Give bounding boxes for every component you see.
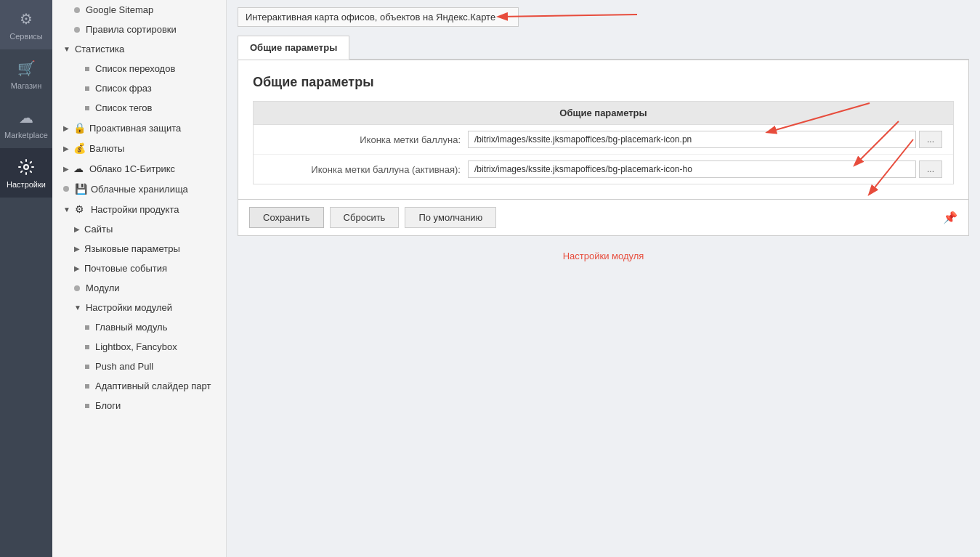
arrow-right-icon: ▶ xyxy=(63,124,69,132)
default-button[interactable]: По умолчанию xyxy=(405,207,496,228)
nav-proactive[interactable]: ▶ 🔒 Проактивная защита xyxy=(52,118,226,138)
sidebar-item-marketplace[interactable]: ☁ Marketplace xyxy=(0,99,52,148)
module-selector: Интерактивная карта офисов, объектов на … xyxy=(238,7,969,27)
main-content: Интерактивная карта офисов, объектов на … xyxy=(227,0,980,557)
settings-row-balloon-icon: Иконка метки баллуна: ... xyxy=(254,125,953,155)
storage-icon: 💾 xyxy=(75,183,86,195)
lock-icon: 🔒 xyxy=(73,122,85,134)
action-buttons-bar: Сохранить Сбросить По умолчанию 📌 xyxy=(238,200,969,236)
sidebar-item-shop[interactable]: 🛒 Магазин xyxy=(0,49,52,99)
nav-modules[interactable]: Модули xyxy=(52,278,226,298)
nav-statistics[interactable]: ▼ Статистика xyxy=(52,39,226,59)
nav-tags[interactable]: Список тегов xyxy=(52,98,226,118)
bullet-icon xyxy=(85,106,89,110)
nav-lang-params[interactable]: ▶ Языковые параметры xyxy=(52,239,226,259)
bullet-icon xyxy=(74,27,80,33)
settings-table-header: Общие параметры xyxy=(254,102,953,125)
balloon-icon-input-wrap: ... xyxy=(468,131,942,148)
module-selector-area: Интерактивная карта офисов, объектов на … xyxy=(238,7,969,27)
nav-panel: Google Sitemap Правила сортировки ▼ Стат… xyxy=(52,0,227,557)
arrow-right-icon: ▶ xyxy=(63,165,69,173)
nav-mail-events[interactable]: ▶ Почтовые события xyxy=(52,259,226,278)
nav-cloud1c[interactable]: ▶ ☁ Облако 1С-Битрикс xyxy=(52,158,226,179)
settings-container: Общие параметры Общие параметры Иконка м… xyxy=(238,60,969,236)
balloon-active-icon-browse-btn[interactable]: ... xyxy=(919,160,942,178)
balloon-active-icon-label: Иконка метки баллуна (активная): xyxy=(264,164,468,175)
nav-push-pull[interactable]: Push and Pull xyxy=(52,357,226,376)
shop-icon: 🛒 xyxy=(16,58,36,78)
marketplace-icon: ☁ xyxy=(16,107,36,128)
bullet-icon xyxy=(85,86,89,91)
nav-main-module[interactable]: Главный модуль xyxy=(52,317,226,337)
nav-sites[interactable]: ▶ Сайты xyxy=(52,219,226,239)
arrow-down-icon: ▼ xyxy=(63,206,70,214)
module-dropdown[interactable]: Интерактивная карта офисов, объектов на … xyxy=(238,7,519,27)
sidebar-item-settings[interactable]: Настройки xyxy=(0,148,52,198)
nav-phrases[interactable]: Список фраз xyxy=(52,78,226,98)
bullet-icon xyxy=(74,7,80,13)
tab-general[interactable]: Общие параметры xyxy=(238,36,349,60)
nav-google-sitemap[interactable]: Google Sitemap xyxy=(52,0,226,20)
bullet-icon xyxy=(85,384,89,389)
bullet-icon xyxy=(85,365,89,369)
currency-icon: 💰 xyxy=(73,142,85,154)
bullet-icon xyxy=(85,325,89,330)
arrow-right-icon: ▶ xyxy=(74,225,80,233)
reset-button[interactable]: Сбросить xyxy=(330,207,400,228)
sidebar-icon-panel: ⚙ Сервисы 🛒 Магазин ☁ Marketplace Настро… xyxy=(0,0,52,557)
nav-blogs[interactable]: Блоги xyxy=(52,396,226,415)
gear-icon: ⚙ xyxy=(75,203,86,215)
balloon-icon-label: Иконка метки баллуна: xyxy=(264,134,468,145)
nav-module-settings[interactable]: ▼ Настройки модулей xyxy=(52,298,226,317)
bullet-icon xyxy=(63,186,69,192)
nav-transitions[interactable]: Список переходов xyxy=(52,59,226,78)
arrow-right-icon: ▶ xyxy=(74,245,80,253)
arrow-right-icon: ▶ xyxy=(74,264,80,272)
cloud-icon: ☁ xyxy=(73,163,85,174)
balloon-active-icon-input[interactable] xyxy=(468,160,916,178)
arrow-down-icon: ▼ xyxy=(63,45,70,53)
svg-point-0 xyxy=(24,165,28,169)
bullet-icon xyxy=(85,345,89,349)
nav-currencies[interactable]: ▶ 💰 Валюты xyxy=(52,138,226,158)
module-settings-link[interactable]: Настройки модуля xyxy=(238,236,969,276)
settings-panel: Общие параметры Общие параметры Иконка м… xyxy=(238,60,969,200)
nav-adaptive-slider[interactable]: Адаптивный слайдер парт xyxy=(52,376,226,396)
save-button[interactable]: Сохранить xyxy=(249,207,324,228)
settings-table: Общие параметры Иконка метки баллуна: ..… xyxy=(253,101,954,184)
balloon-icon-browse-btn[interactable]: ... xyxy=(919,131,942,148)
balloon-active-icon-input-wrap: ... xyxy=(468,160,942,178)
tab-bar: Общие параметры xyxy=(238,36,969,60)
nav-product-settings[interactable]: ▼ ⚙ Настройки продукта xyxy=(52,199,226,219)
nav-lightbox[interactable]: Lightbox, Fancybox xyxy=(52,337,226,357)
nav-sort-rules[interactable]: Правила сортировки xyxy=(52,20,226,39)
settings-panel-title: Общие параметры xyxy=(253,75,954,90)
settings-row-balloon-active-icon: Иконка метки баллуна (активная): ... xyxy=(254,155,953,184)
bullet-icon xyxy=(85,404,89,408)
pin-icon[interactable]: 📌 xyxy=(943,211,957,224)
arrow-down-icon: ▼ xyxy=(74,304,81,312)
settings-icon xyxy=(16,157,36,177)
bullet-icon xyxy=(85,67,89,71)
bullet-icon xyxy=(74,285,80,291)
services-icon: ⚙ xyxy=(16,9,36,29)
balloon-icon-input[interactable] xyxy=(468,131,916,148)
sidebar-item-services[interactable]: ⚙ Сервисы xyxy=(0,0,52,49)
arrow-right-icon: ▶ xyxy=(63,145,69,153)
nav-cloud-storage[interactable]: 💾 Облачные хранилища xyxy=(52,179,226,199)
